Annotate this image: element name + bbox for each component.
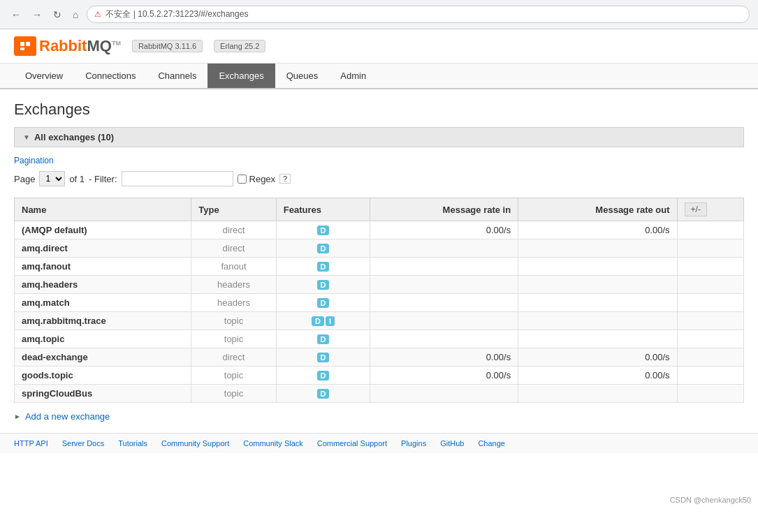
footer-server-docs[interactable]: Server Docs [62, 439, 105, 448]
cell-type: topic [191, 385, 277, 403]
col-features: Features [276, 198, 370, 221]
col-plusminus: +/- [677, 198, 743, 221]
cell-features: D [276, 276, 370, 294]
table-row[interactable]: amq.fanoutfanoutD [15, 258, 744, 276]
cell-msg-rate-in [370, 276, 518, 294]
cell-msg-rate-out: 0.00/s [518, 221, 677, 239]
nav-connections[interactable]: Connections [74, 64, 147, 88]
cell-type: topic [191, 330, 277, 348]
cell-name: amq.headers [15, 276, 191, 294]
plusminus-button[interactable]: +/- [685, 202, 707, 216]
col-msg-rate-out: Message rate out [518, 198, 677, 221]
page-label: Page [14, 174, 35, 184]
regex-label[interactable]: Regex [238, 174, 276, 184]
page-select[interactable]: 1 [39, 171, 65, 186]
cell-msg-rate-in [370, 312, 518, 330]
cell-features: D [276, 294, 370, 312]
table-row[interactable]: amq.matchheadersD [15, 294, 744, 312]
cell-type: fanout [191, 258, 277, 276]
footer-change[interactable]: Change [478, 439, 505, 448]
cell-type: direct [191, 348, 277, 367]
section-header[interactable]: ▼ All exchanges (10) [14, 127, 744, 147]
exchanges-table: Name Type Features Message rate in Messa… [14, 198, 744, 403]
table-row[interactable]: amq.topictopicD [15, 330, 744, 348]
cell-name: amq.topic [15, 330, 191, 348]
forward-button[interactable]: → [29, 8, 45, 22]
of-label: of 1 [69, 174, 85, 184]
footer-http-api[interactable]: HTTP API [14, 439, 48, 448]
pagination-controls: Page 1 of 1 - Filter: Regex ? [14, 171, 744, 186]
table-row[interactable]: dead-exchangedirectD0.00/s0.00/s [15, 348, 744, 367]
col-msg-rate-in: Message rate in [370, 198, 518, 221]
filter-label: - Filter: [89, 174, 117, 184]
logo-icon [14, 36, 36, 56]
table-row[interactable]: amq.directdirectD [15, 239, 744, 258]
footer: HTTP API Server Docs Tutorials Community… [0, 433, 758, 453]
add-arrow-icon: ► [14, 413, 21, 420]
table-row[interactable]: springCloudBustopicD [15, 385, 744, 403]
filter-input[interactable] [122, 171, 233, 186]
logo-text: RabbitMQTM [39, 37, 121, 55]
table-row[interactable]: amq.headersheadersD [15, 276, 744, 294]
durable-badge: D [317, 371, 330, 380]
security-icon: ⚠ [94, 10, 101, 19]
cell-msg-rate-out [518, 239, 677, 258]
nav-queues[interactable]: Queues [275, 64, 330, 88]
durable-badge: D [317, 353, 330, 362]
cell-plusminus [677, 385, 743, 403]
nav-overview[interactable]: Overview [14, 64, 74, 88]
cell-name: amq.fanout [15, 258, 191, 276]
back-button[interactable]: ← [8, 8, 24, 22]
cell-plusminus [677, 330, 743, 348]
footer-plugins[interactable]: Plugins [401, 439, 426, 448]
cell-type: topic [191, 312, 277, 330]
cell-name: amq.match [15, 294, 191, 312]
cell-features: D [276, 258, 370, 276]
reload-button[interactable]: ↻ [50, 8, 64, 22]
footer-tutorials[interactable]: Tutorials [118, 439, 147, 448]
table-row[interactable]: (AMQP default)directD0.00/s0.00/s [15, 221, 744, 239]
durable-badge: D [317, 334, 330, 344]
table-row[interactable]: amq.rabbitmq.tracetopicDI [15, 312, 744, 330]
cell-msg-rate-out [518, 258, 677, 276]
durable-badge: D [317, 280, 330, 290]
cell-type: direct [191, 239, 277, 258]
cell-name: dead-exchange [15, 348, 191, 367]
main-nav: Overview Connections Channels Exchanges … [0, 64, 758, 89]
add-exchange-link[interactable]: Add a new exchange [25, 411, 110, 422]
cell-plusminus [677, 239, 743, 258]
footer-github[interactable]: GitHub [440, 439, 464, 448]
svg-rect-2 [26, 42, 30, 46]
cell-msg-rate-in: 0.00/s [370, 221, 518, 239]
rmq-logo: RabbitMQTM [14, 36, 121, 56]
table-row[interactable]: goods.topictopicD0.00/s0.00/s [15, 367, 744, 385]
cell-features: D [276, 348, 370, 367]
footer-community-slack[interactable]: Community Slack [243, 439, 303, 448]
cell-msg-rate-in [370, 294, 518, 312]
cell-msg-rate-out: 0.00/s [518, 348, 677, 367]
nav-exchanges[interactable]: Exchanges [207, 64, 275, 88]
cell-features: D [276, 221, 370, 239]
nav-channels[interactable]: Channels [147, 64, 207, 88]
svg-rect-0 [18, 40, 32, 52]
cell-type: direct [191, 221, 277, 239]
cell-plusminus [677, 367, 743, 385]
regex-checkbox[interactable] [238, 175, 247, 184]
home-button[interactable]: ⌂ [70, 8, 81, 22]
footer-commercial-support[interactable]: Commercial Support [317, 439, 387, 448]
cell-name: goods.topic [15, 367, 191, 385]
footer-community-support[interactable]: Community Support [161, 439, 229, 448]
cell-msg-rate-out [518, 294, 677, 312]
cell-msg-rate-out [518, 276, 677, 294]
address-bar[interactable]: ⚠ 不安全 | 10.5.2.27:31223/#/exchanges [87, 6, 750, 23]
cell-msg-rate-in [370, 385, 518, 403]
cell-msg-rate-out [518, 312, 677, 330]
internal-badge: I [326, 316, 335, 326]
cell-msg-rate-in [370, 258, 518, 276]
cell-msg-rate-out [518, 330, 677, 348]
cell-plusminus [677, 258, 743, 276]
section-title: All exchanges (10) [34, 132, 114, 142]
nav-admin[interactable]: Admin [329, 64, 377, 88]
regex-help[interactable]: ? [279, 174, 291, 184]
cell-msg-rate-out [518, 385, 677, 403]
